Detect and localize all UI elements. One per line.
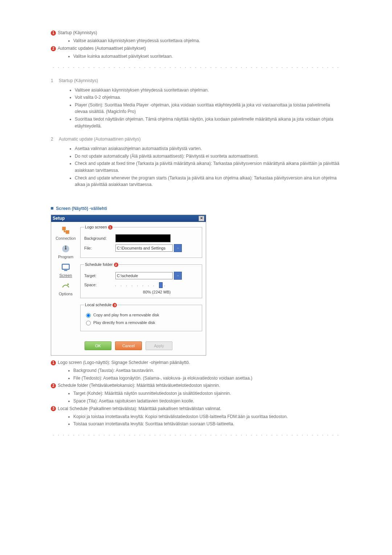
space-label: Space: <box>84 283 115 287</box>
after-title: Logo screen (Logo-näyttö): Signage Sched… <box>58 360 190 365</box>
legend-text: Logo screen <box>85 225 107 229</box>
group-legend: Local schedule 3 <box>84 303 118 307</box>
group-local-schedule: Local schedule 3 Copy and play from a re… <box>80 303 202 331</box>
intro-bullets-2: Valitse kuinka automaattiset päivitykset… <box>51 53 341 60</box>
intro-title-1: Startup (Käynnistys) <box>58 30 97 35</box>
list-title: Automatic update (Automaattinen päivitys… <box>59 137 341 142</box>
cancel-button[interactable]: Cancel <box>115 341 142 350</box>
background-label: Background: <box>84 236 115 240</box>
browse-target-button[interactable]: .. <box>174 272 182 280</box>
tab-connection[interactable]: Connection <box>53 225 78 243</box>
numbered-list: 1 Startup (Käynnistys) Valitsee asiakkaa… <box>51 78 341 189</box>
setup-dialog: Setup ✕ Connection Program <box>51 215 206 356</box>
separator <box>51 66 341 69</box>
close-button[interactable]: ✕ <box>199 216 204 221</box>
group-legend: Logo screen 1 <box>84 225 113 230</box>
intro-section: 1 Startup (Käynnistys) Valitse asiakkaan… <box>51 29 341 60</box>
radio-label: Copy and play from a removable disk <box>93 313 159 317</box>
after-bullets: Target (Kohde): Määrittää näytön suunnit… <box>51 390 341 404</box>
radio-copy-play[interactable]: Copy and play from a removable disk <box>84 312 198 318</box>
list-item: Check and update at fixed time (Tarkasta… <box>75 160 341 174</box>
list-item: Target (Kohde): Määrittää näytön suunnit… <box>73 390 341 397</box>
badge-2-icon: 2 <box>51 46 56 51</box>
intro-item-2: 2 Automatic updates (Automaattiset päivi… <box>51 45 341 52</box>
tab-screen[interactable]: Screen <box>53 262 78 280</box>
list-number: 2 <box>51 137 59 189</box>
dialog-title: Setup <box>53 216 65 221</box>
dialog-tabstrip: Connection Program Screen <box>53 225 78 336</box>
list-item: Do not update automatically (Älä päivitä… <box>75 153 341 160</box>
background-color-picker[interactable] <box>115 234 171 242</box>
numbered-item-1: 1 Startup (Käynnistys) Valitsee asiakkaa… <box>51 78 341 130</box>
list-title: Startup (Käynnistys) <box>59 78 341 83</box>
badge-1-icon: 1 <box>51 360 56 365</box>
after-item: 1 Logo screen (Logo-näyttö): Signage Sch… <box>51 359 341 366</box>
group-logo-screen: Logo screen 1 Background: File: C:\Docum… <box>80 225 202 258</box>
intro-bullet: Valitse asiakkaan käynnistyksen yhteydes… <box>73 37 341 44</box>
tab-label: Program <box>53 255 78 259</box>
badge-2-icon: 2 <box>114 263 118 267</box>
file-label: File: <box>84 246 115 250</box>
browse-file-button[interactable]: .. <box>174 244 182 252</box>
slider-thumb-icon[interactable] <box>159 282 163 288</box>
radio-play-direct-input[interactable] <box>86 321 91 325</box>
tab-options[interactable]: Options <box>53 280 78 299</box>
legend-text: Local schedule <box>85 303 111 307</box>
space-slider[interactable] <box>115 281 170 288</box>
list-item: Toistaa suoraan irrotettavalta levyltä: … <box>73 421 341 428</box>
screen-icon <box>53 263 78 272</box>
intro-bullets-1: Valitse asiakkaan käynnistyksen yhteydes… <box>51 37 341 44</box>
list-item: Check and update whenever the program st… <box>75 175 341 188</box>
tab-label: Connection <box>53 236 78 240</box>
badge-1-icon: 1 <box>108 225 113 230</box>
file-input[interactable]: C:\Documents and Settings <box>115 244 173 252</box>
svg-rect-4 <box>64 270 68 271</box>
badge-3-icon: 3 <box>51 406 56 411</box>
space-value: 80% (2242 MB) <box>115 290 198 294</box>
numbered-item-2: 2 Automatic update (Automaattinen päivit… <box>51 137 341 189</box>
after-item: 2 Schedule folder (Tehtäväluettelokansio… <box>51 382 341 389</box>
badge-1-icon: 1 <box>51 31 56 36</box>
svg-point-5 <box>67 283 69 285</box>
badge-3-icon: 3 <box>113 303 117 307</box>
list-item: Background (Tausta): Asettaa taustavärin… <box>73 367 341 374</box>
list-item: Suorittaa tiedot näyttävän ohjelman. Täm… <box>75 116 341 129</box>
apply-button[interactable]: Apply <box>146 341 172 350</box>
after-bullets: Background (Tausta): Asettaa taustavärin… <box>51 367 341 381</box>
list-item: Valitsee asiakkaan käynnistyksen yhteyde… <box>75 87 341 94</box>
svg-rect-2 <box>65 246 66 249</box>
program-icon <box>53 244 78 254</box>
tab-program[interactable]: Program <box>53 243 78 262</box>
square-bullet-icon <box>51 207 53 210</box>
list-bullets: Valitsee asiakkaan käynnistyksen yhteyde… <box>59 87 341 130</box>
tab-label: Screen <box>53 273 78 278</box>
radio-play-direct[interactable]: Play directly from a removable disk <box>84 320 198 325</box>
legend-text: Schedule folder <box>85 262 113 267</box>
after-item: 3 Local Schedule (Paikallinen tehtävälis… <box>51 405 341 412</box>
dialog-main: Logo screen 1 Background: File: C:\Docum… <box>78 225 202 336</box>
options-icon <box>53 281 78 291</box>
target-label: Target: <box>84 274 115 278</box>
after-title: Local Schedule (Paikallinen tehtävälista… <box>58 406 221 411</box>
target-input[interactable]: C:\schedule <box>115 272 173 279</box>
list-item: Asettaa valinnan asiakasohjelman automaa… <box>75 145 341 152</box>
list-item: File (Tiedosto): Asettaa logonäytön. (Sa… <box>73 375 341 382</box>
intro-item-1: 1 Startup (Käynnistys) <box>51 29 341 36</box>
intro-title-2: Automatic updates (Automaattiset päivity… <box>58 46 146 51</box>
list-item: Kopioi ja toistaa irrotettavalta levyltä… <box>73 413 341 420</box>
section-header-screen: Screen (Näyttö) -välilehti <box>51 206 341 211</box>
connection-icon <box>53 226 78 235</box>
list-item: Space (Tila): Asettaa rajoituksen ladatt… <box>73 398 341 405</box>
dialog-titlebar: Setup ✕ <box>51 215 206 222</box>
list-bullets: Asettaa valinnan asiakasohjelman automaa… <box>59 145 341 188</box>
page-content: 1 Startup (Käynnistys) Valitse asiakkaan… <box>0 0 392 467</box>
svg-rect-3 <box>62 264 69 269</box>
after-bullets: Kopioi ja toistaa irrotettavalta levyltä… <box>51 413 341 428</box>
list-number: 1 <box>51 78 59 130</box>
after-title: Schedule folder (Tehtäväluettelokansio):… <box>58 383 220 388</box>
list-item: Voit valita 0-2 ohjelmaa. <box>75 94 341 101</box>
ok-button[interactable]: OK <box>85 341 111 350</box>
radio-copy-play-input[interactable] <box>86 313 91 318</box>
tab-label: Options <box>53 292 78 296</box>
intro-bullet: Valitse kuinka automaattiset päivitykset… <box>73 53 341 60</box>
